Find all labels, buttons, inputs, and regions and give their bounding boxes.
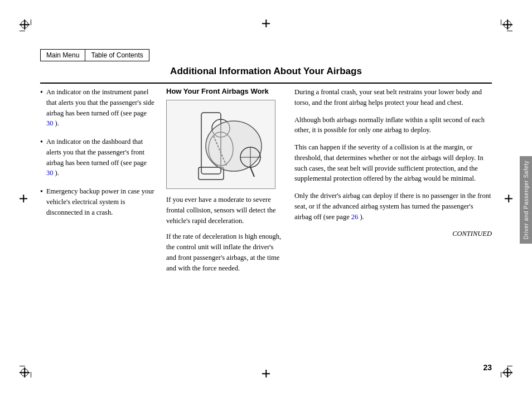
main-menu-button[interactable]: Main Menu (40, 49, 85, 61)
airbag-illustration (166, 100, 275, 189)
bullet-item-3: • Emergency backup power in case your ve… (40, 186, 155, 217)
side-tab-label: Driver and Passenger Safety (523, 161, 529, 239)
mid-col-para1: If you ever have a moderate to severe fr… (166, 195, 283, 273)
bullet-dot-3: • (40, 186, 43, 217)
crosshair-bottom (262, 370, 270, 377)
right-column: During a frontal crash, your seat belt r… (291, 87, 492, 361)
nav-buttons: Main Menu Table of Contents (40, 49, 149, 61)
trim-br-v (501, 372, 501, 377)
mid-col-title: How Your Front Airbags Work (166, 87, 283, 95)
page-number: 23 (483, 363, 492, 372)
right-para-2: Although both airbags normally inflate w… (294, 115, 492, 136)
crosshair-right (505, 195, 512, 202)
bullet-dot-1: • (40, 86, 43, 129)
crosshair-top (262, 20, 270, 27)
trim-tr-h (507, 31, 512, 31)
trim-bl-h (20, 366, 25, 366)
trim-bl-v (31, 372, 31, 377)
svg-line-9 (250, 167, 254, 177)
link-page-30-2[interactable]: 30 (46, 169, 54, 177)
svg-point-5 (206, 121, 262, 171)
right-para-3: This can happen if the severity of a col… (294, 142, 492, 184)
bullet-dot-2: • (40, 136, 43, 178)
crosshair-left (20, 195, 27, 202)
mid-para-1: If you ever have a moderate to severe fr… (166, 195, 283, 226)
trim-tr-v (501, 20, 501, 25)
right-para-1: During a frontal crash, your seat belt r… (294, 87, 492, 108)
right-para-4: Only the driver's airbag can deploy if t… (294, 191, 492, 222)
mid-para-2: If the rate of deceleration is high enou… (166, 231, 283, 273)
title-rule (40, 83, 492, 84)
left-column: • An indicator on the instrument panel t… (40, 87, 163, 361)
link-page-26[interactable]: 26 (351, 213, 359, 221)
page-title: Additional Information About Your Airbag… (40, 66, 492, 77)
bullet-item-2: • An indicator on the dashboard that ale… (40, 137, 155, 178)
side-tab: Driver and Passenger Safety (520, 156, 532, 244)
trim-br-h (507, 366, 512, 366)
bullet-text-1: An indicator on the instrument panel tha… (46, 87, 155, 129)
link-page-30-1[interactable]: 30 (46, 119, 54, 127)
bullet-text-2: An indicator on the dashboard that alert… (46, 137, 155, 178)
page: Main Menu Table of Contents Additional I… (0, 0, 532, 397)
trim-tl-v (31, 20, 31, 25)
content-area: • An indicator on the instrument panel t… (40, 87, 492, 361)
bullet-item-1: • An indicator on the instrument panel t… (40, 87, 155, 129)
reg-mark-br (502, 367, 512, 377)
reg-mark-bl (20, 367, 30, 377)
middle-column: How Your Front Airbags Work (163, 87, 291, 361)
reg-mark-tr (502, 20, 512, 30)
reg-mark-tl (20, 20, 30, 30)
continued-label: CONTINUED (294, 229, 492, 239)
trim-tl-h (20, 31, 25, 31)
toc-button[interactable]: Table of Contents (85, 49, 149, 61)
bullet-text-3: Emergency backup power in case your vehi… (46, 186, 155, 217)
